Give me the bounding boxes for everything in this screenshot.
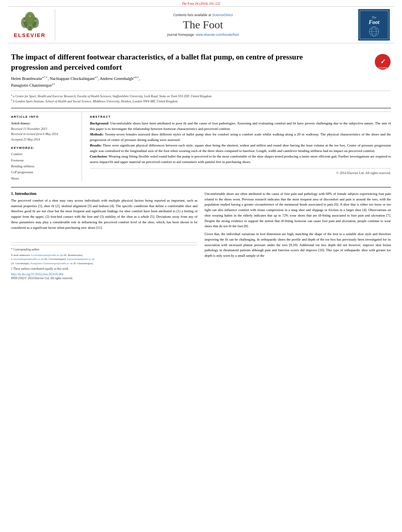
article-title: The impact of different footwear charact… xyxy=(11,52,334,72)
right-para-2: Given that, the individual variations in… xyxy=(205,232,391,259)
elsevier-wordmark: ELSEVIER xyxy=(14,32,45,38)
crossmark-container: ✓ CrossMark xyxy=(374,54,391,71)
affiliations: a a Centre for Sport, Health and Exercis… xyxy=(11,91,391,104)
abstract-text: Background: Uncomfortable shoes have bee… xyxy=(90,121,391,165)
foot-logo-svg: The Foot xyxy=(359,10,389,40)
keyword-comfort: Comfort xyxy=(11,151,78,157)
main-divider xyxy=(11,108,391,108)
article-info-column: Article info Article history: Received 1… xyxy=(11,112,82,182)
affiliation-b: b b London Sport Institute, School of He… xyxy=(11,98,391,104)
foot-logo-box: The Foot xyxy=(351,9,394,41)
abstract-label: Abstract xyxy=(90,115,391,119)
intro-para-1: The perceived comfort of a shoe may vary… xyxy=(11,198,197,231)
received-revised-date: Received in revised form 6 May 2014 xyxy=(11,132,78,137)
keyword-shoes: Shoes xyxy=(11,176,78,182)
svg-text:Foot: Foot xyxy=(368,19,380,25)
intro-heading: 1. Introduction xyxy=(11,191,197,196)
body-right-col: Uncomfortable shoes are often attributed… xyxy=(205,191,391,282)
history-label: Article history: xyxy=(11,121,78,126)
svg-point-4 xyxy=(25,12,35,25)
svg-point-5 xyxy=(24,20,25,21)
foot-journal-logo: The Foot xyxy=(358,9,390,41)
contents-line: Contents lists available at ScienceDirec… xyxy=(173,13,233,17)
conclusion-label: Conclusion: xyxy=(90,154,108,158)
elsevier-logo-box: ELSEVIER xyxy=(8,9,55,41)
right-para-1: Uncomfortable shoes are often attributed… xyxy=(205,191,391,229)
methods-text: Twenty-seven females assessed three diff… xyxy=(90,132,391,142)
results-label: Results: xyxy=(90,143,102,147)
keyword-footwear: Footwear xyxy=(11,158,78,163)
results-text: There were significant physical differen… xyxy=(90,143,391,153)
journal-ref: The Foot 24 (2014) 116–122 xyxy=(182,2,220,6)
journal-display-title: The Foot xyxy=(183,19,223,31)
email-note: E-mail addresses: h.r.branthwaite@staffs… xyxy=(11,253,197,266)
email-branthwaite[interactable]: h.r.branthwaite@staffs.ac.uk xyxy=(31,254,63,257)
svg-text:✓: ✓ xyxy=(380,58,385,65)
conclusion-text: Wearing snug fitting flexible soled roun… xyxy=(90,154,391,164)
keyword-bending: Bending stiffness xyxy=(11,163,78,169)
affiliation-a: a a Centre for Sport, Health and Exercis… xyxy=(11,93,391,99)
top-bar: The Foot 24 (2014) 116–122 xyxy=(0,0,402,6)
abstract-column: Abstract Background: Uncomfortable shoes… xyxy=(90,112,391,182)
sciencedirect-link[interactable]: ScienceDirect xyxy=(212,13,233,17)
methods-label: Methods: xyxy=(90,132,104,136)
article-info-abstract: Article info Article history: Received 1… xyxy=(11,111,391,182)
svg-point-6 xyxy=(34,20,36,21)
crossmark-icon: ✓ CrossMark xyxy=(374,54,391,70)
corresponding-note: * Corresponding author. xyxy=(11,247,197,252)
issn-line: 0958-2592/© 2014 Elsevier Ltd. All right… xyxy=(11,276,197,280)
email-greenhalgh[interactable]: a.greenhalgh@ndx.ac.uk xyxy=(67,258,95,261)
background-text: Uncomfortable shoes have been attributed… xyxy=(90,121,391,131)
received-date: Received 13 November 2013 xyxy=(11,126,78,132)
article-info-label: Article info xyxy=(11,115,78,119)
homepage-line: journal homepage: www.elsevier.com/locat… xyxy=(167,33,239,37)
background-label: Background: xyxy=(90,121,109,125)
svg-text:The: The xyxy=(372,16,376,19)
body-section: 1. Introduction The perceived comfort of… xyxy=(11,187,391,282)
svg-point-7 xyxy=(29,15,31,17)
email-chatzistergos[interactable]: Panagiotis.Chatzistergos@staffs.ac.uk xyxy=(30,262,73,265)
elsevier-tree-icon xyxy=(16,12,44,32)
accepted-date: Accepted 25 May 2014 xyxy=(11,137,78,143)
copyright-line: © 2014 Elsevier Ltd. All rights reserved… xyxy=(90,168,391,175)
doi-link[interactable]: http://dx.doi.org/10.1016/j.foot.2014.05… xyxy=(11,272,63,276)
email-chockalingam[interactable]: n.chockalingam@staffs.ac.uk xyxy=(11,258,44,261)
journal-center-info: Contents lists available at ScienceDirec… xyxy=(55,9,351,41)
homepage-link[interactable]: www.elsevier.com/locate/foot xyxy=(196,33,239,37)
authors-line: Helen Branthwaitea,*,1, Nachiappan Chock… xyxy=(11,75,391,88)
journal-header: ELSEVIER Contents lists available at Sci… xyxy=(8,6,394,43)
equal-contrib-note: 1 These authors contributed equally to t… xyxy=(11,267,197,271)
keywords-list: Comfort Footwear Bending stiffness CoP p… xyxy=(11,151,78,181)
article-body: The impact of different footwear charact… xyxy=(11,43,391,286)
footer-section: * Corresponding author. E-mail addresses… xyxy=(11,242,197,280)
article-history: Article history: Received 13 November 20… xyxy=(11,121,78,142)
keywords-label: Keywords: xyxy=(11,146,78,150)
svg-text:CrossMark: CrossMark xyxy=(378,67,388,69)
doi-line: http://dx.doi.org/10.1016/j.foot.2014.05… xyxy=(11,272,197,276)
body-left-col: 1. Introduction The perceived comfort of… xyxy=(11,191,197,282)
keyword-cop: CoP progression xyxy=(11,169,78,175)
